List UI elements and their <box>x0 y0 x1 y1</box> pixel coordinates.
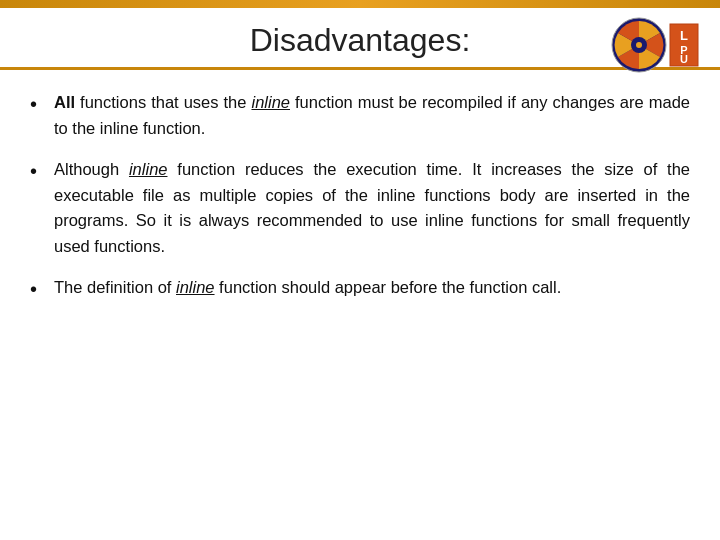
bullet-dot-3: • <box>30 275 50 303</box>
inline-keyword-3: inline <box>176 278 215 296</box>
header: Disadvantages: L P U <box>0 8 720 67</box>
page-title: Disadvantages: <box>250 22 471 59</box>
bullet-item-2: • Although inline function reduces the e… <box>30 157 690 259</box>
bullet-text-2: Although inline function reduces the exe… <box>54 157 690 259</box>
main-content: • All functions that uses the inline fun… <box>0 80 720 329</box>
bullet-dot-2: • <box>30 157 50 185</box>
bullet-item-3: • The definition of inline function shou… <box>30 275 690 303</box>
inline-keyword-2: inline <box>129 160 168 178</box>
logo-container: L P U <box>610 16 700 74</box>
bullet-dot-1: • <box>30 90 50 118</box>
bullet-text-1: All functions that uses the inline funct… <box>54 90 690 141</box>
bullet-item-1: • All functions that uses the inline fun… <box>30 90 690 141</box>
top-bar <box>0 0 720 8</box>
inline-keyword-1: inline <box>251 93 290 111</box>
svg-point-2 <box>636 42 642 48</box>
svg-text:L: L <box>680 28 688 43</box>
svg-text:U: U <box>680 53 688 65</box>
bold-all: All <box>54 93 75 111</box>
lpu-logo: L P U <box>610 16 700 74</box>
bullet-text-3: The definition of inline function should… <box>54 275 690 301</box>
